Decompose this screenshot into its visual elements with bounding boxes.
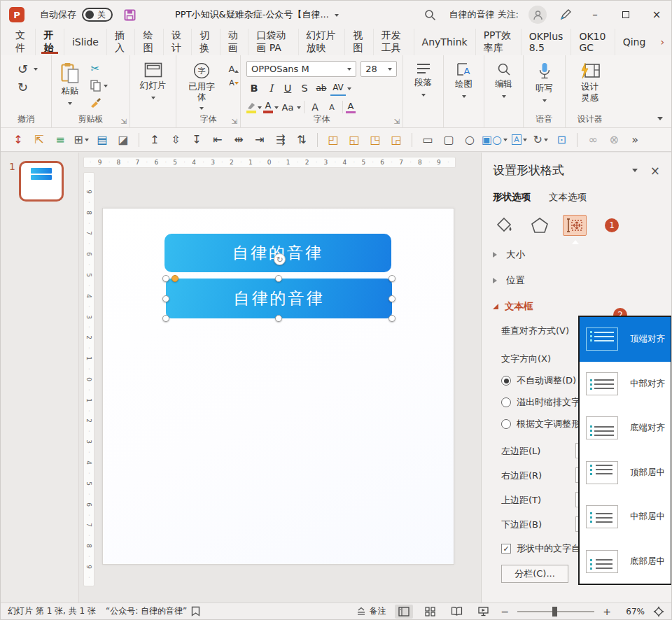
handle-middle-left[interactable] xyxy=(162,295,169,302)
rotate-shape-icon[interactable]: ↻ xyxy=(531,131,550,149)
toolbar-overflow-icon[interactable]: » xyxy=(626,131,644,149)
menu-tab-4[interactable]: 绘图 xyxy=(134,29,162,55)
handle-bottom-center[interactable] xyxy=(275,315,282,322)
valign-option-5[interactable]: 底部居中 xyxy=(580,540,671,584)
character-spacing-button[interactable]: AV xyxy=(330,80,346,96)
edit-button[interactable]: 编辑 xyxy=(491,61,516,113)
slide-thumbnail[interactable] xyxy=(19,161,64,202)
ellipse-icon[interactable]: ○ xyxy=(461,131,479,149)
group-objects-icon[interactable]: ◲ xyxy=(387,131,405,149)
menu-tab-12[interactable]: AnyThink xyxy=(414,29,475,55)
edit-points-icon[interactable]: ⊡ xyxy=(552,131,570,149)
save-button[interactable] xyxy=(124,9,136,21)
menu-tab-6[interactable]: 切换 xyxy=(191,29,219,55)
case-dropdown-icon[interactable] xyxy=(297,106,301,111)
valign-option-4[interactable]: 中部居中 xyxy=(580,495,671,540)
minimize-button[interactable]: – xyxy=(584,4,606,25)
menu-overflow-button[interactable]: › xyxy=(653,29,671,55)
distribute-rows-icon[interactable]: ≡ xyxy=(51,131,69,149)
section-textbox[interactable]: 文本框 xyxy=(493,300,660,313)
vertical-ruler[interactable]: ·9·8·7·6·5·4·3·2·1·0·1·2·3·4·5·6·7·8·9· xyxy=(83,172,94,586)
copy-button[interactable] xyxy=(87,78,104,93)
horizontal-ruler[interactable]: ·9·8·7·6·5·4·3·2·1·0·1·2·3·4·5·6·7·8·9· xyxy=(83,157,456,168)
highlight-dropdown-icon[interactable] xyxy=(258,106,262,111)
ribbon-collapse-icon[interactable] xyxy=(657,117,663,123)
size-properties-tab-button[interactable] xyxy=(563,215,587,236)
highlight-color-button[interactable] xyxy=(246,101,256,113)
dictate-button[interactable]: 听写 xyxy=(532,61,556,113)
zoom-slider[interactable] xyxy=(517,611,594,612)
design-ideas-button[interactable]: 设计灵感 xyxy=(575,61,606,113)
shape-combo-icon[interactable]: ▣○ xyxy=(482,131,507,149)
zoom-in-button[interactable]: + xyxy=(603,606,611,617)
copy-dropdown-icon[interactable] xyxy=(104,85,108,90)
send-backward-icon[interactable]: ◳ xyxy=(366,131,384,149)
distribute-vertical-icon[interactable]: ⇅ xyxy=(293,131,311,149)
distribute-horizontal-icon[interactable]: ⇶ xyxy=(272,131,290,149)
effects-tab-button[interactable] xyxy=(528,215,552,236)
valign-option-3[interactable]: 顶部居中 xyxy=(580,451,671,495)
bring-to-front-icon[interactable]: ◱ xyxy=(345,131,363,149)
paste-button[interactable]: 粘贴 xyxy=(57,61,83,113)
handle-middle-right[interactable] xyxy=(388,295,396,302)
menu-tab-13[interactable]: PPT效率库 xyxy=(475,29,521,55)
undo-dropdown-icon[interactable] xyxy=(34,68,38,73)
panel-collapse-icon[interactable] xyxy=(632,169,638,175)
paragraph-button[interactable]: 段落 xyxy=(411,61,435,113)
font-dialog-launcher[interactable]: ⇲ xyxy=(394,118,400,125)
menu-tab-1[interactable]: 开始 xyxy=(35,29,63,55)
slideshow-button[interactable] xyxy=(475,605,493,619)
align-right-icon[interactable]: ⇥ xyxy=(251,131,269,149)
shadow-button[interactable]: S xyxy=(297,80,312,96)
adjust-handle[interactable] xyxy=(172,275,178,282)
user-avatar[interactable] xyxy=(528,6,547,24)
select-object-icon[interactable]: ⇱ xyxy=(30,131,48,149)
merge-shapes-icon[interactable]: ∞ xyxy=(584,131,602,149)
strikethrough-button[interactable]: ab xyxy=(314,80,329,96)
search-button[interactable] xyxy=(421,6,439,24)
maximize-button[interactable] xyxy=(615,4,636,25)
text-box-icon[interactable]: A xyxy=(510,131,528,149)
menu-tab-14[interactable]: OKPlus 8.5 xyxy=(521,29,571,55)
handle-top-center[interactable] xyxy=(275,275,282,282)
slide-canvas[interactable]: 自律的音律 ↻ 自律的音律 xyxy=(102,208,454,565)
rounded-rectangle-icon[interactable]: ▢ xyxy=(440,131,458,149)
handle-bottom-left[interactable] xyxy=(162,315,169,322)
menu-tab-11[interactable]: 开发工具 xyxy=(373,29,414,55)
section-size[interactable]: 大小 xyxy=(493,248,660,262)
font-color-dropdown-icon[interactable] xyxy=(274,106,279,111)
align-bottom-icon[interactable]: ↧ xyxy=(188,131,206,149)
rotate-handle[interactable]: ↻ xyxy=(274,253,286,265)
font-size-select[interactable]: 28 xyxy=(360,61,397,77)
decrease-font-button[interactable]: A xyxy=(324,99,340,115)
fit-height-icon[interactable]: ↕ xyxy=(9,131,27,149)
menu-tab-5[interactable]: 设计 xyxy=(163,29,191,55)
zoom-out-button[interactable]: − xyxy=(501,606,510,617)
document-title[interactable]: PPT小知识&疑难杂症-公众号【自律... xyxy=(175,8,339,21)
format-fill-icon[interactable]: ◪ xyxy=(114,131,132,149)
tab-text-options[interactable]: 文本选项 xyxy=(549,191,587,204)
font-name-select[interactable]: OPPOSans M xyxy=(246,61,356,77)
slide-layout-icon[interactable]: ▤ xyxy=(93,131,111,149)
align-middle-icon[interactable]: ⇳ xyxy=(167,131,185,149)
align-top-icon[interactable]: ↥ xyxy=(146,131,164,149)
spacing-dropdown-icon[interactable] xyxy=(347,87,351,92)
slide-sorter-button[interactable] xyxy=(421,605,440,619)
tab-shape-options[interactable]: 形状选项 xyxy=(493,191,531,204)
increase-font-button[interactable]: A xyxy=(307,99,323,115)
handle-top-right[interactable] xyxy=(388,275,396,282)
section-position[interactable]: 位置 xyxy=(493,274,660,288)
new-slide-button[interactable]: 幻灯片 xyxy=(136,61,170,113)
menu-tab-15[interactable]: OK10 GC xyxy=(570,29,614,55)
clear-formatting-button[interactable]: A xyxy=(346,101,356,113)
reading-view-button[interactable] xyxy=(448,605,466,619)
pen-tools-button[interactable] xyxy=(556,6,575,24)
valign-option-2[interactable]: 底端对齐 xyxy=(580,406,671,451)
menu-tab-2[interactable]: iSlide xyxy=(64,29,106,55)
menu-tab-9[interactable]: 幻灯片放映 xyxy=(298,29,345,55)
shape-bottom[interactable]: 自律的音律 xyxy=(166,279,392,318)
cut-button[interactable]: ✂ xyxy=(87,61,104,76)
fit-to-window-icon[interactable] xyxy=(653,606,664,617)
italic-button[interactable]: I xyxy=(263,80,279,96)
normal-view-button[interactable] xyxy=(395,605,413,619)
